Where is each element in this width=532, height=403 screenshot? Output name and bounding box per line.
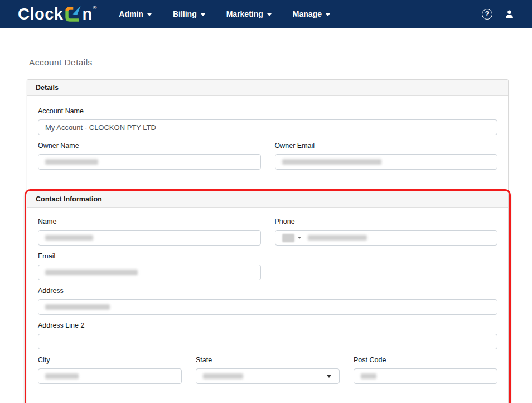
chevron-down-icon[interactable] — [298, 237, 301, 239]
address-line-2-label: Address Line 2 — [38, 322, 497, 329]
post-code-field: Post Code — [354, 356, 497, 391]
topbar-right: ? — [482, 9, 514, 20]
contact-name-input[interactable] — [38, 230, 261, 246]
help-glyph: ? — [485, 10, 489, 18]
country-flag-icon[interactable] — [282, 234, 294, 242]
registered-mark: ® — [93, 5, 97, 11]
main-nav: Admin Billing Marketing Manage — [112, 0, 337, 28]
redacted-value — [45, 235, 93, 241]
contact-name-field: Name — [38, 218, 261, 246]
redacted-value — [45, 159, 98, 165]
clockon-o-icon — [64, 6, 81, 23]
address-field: Address — [38, 287, 497, 315]
help-icon[interactable]: ? — [482, 9, 492, 20]
redacted-value — [361, 373, 376, 379]
account-name-input[interactable] — [38, 119, 497, 135]
account-name-label: Account Name — [38, 107, 497, 115]
contact-section-body: Name Phone Email — [27, 208, 508, 403]
state-field: State — [196, 356, 340, 384]
state-select[interactable] — [196, 368, 340, 384]
address-input[interactable] — [38, 299, 497, 315]
account-name-field: Account Name — [38, 107, 497, 135]
redacted-value — [308, 235, 367, 241]
owner-name-input[interactable] — [38, 154, 261, 170]
nav-item-label: Admin — [119, 9, 143, 18]
nav-item-label: Billing — [173, 9, 197, 18]
owner-name-label: Owner Name — [38, 142, 261, 150]
user-icon[interactable] — [505, 9, 514, 19]
contact-section-header: Contact Information — [27, 191, 508, 208]
post-code-input[interactable] — [354, 368, 497, 384]
address-label: Address — [38, 287, 497, 295]
redacted-value — [282, 159, 381, 165]
account-details-card: Details Account Name Owner Name Owner Em… — [27, 79, 509, 403]
nav-item-label: Marketing — [226, 9, 263, 18]
redacted-value — [45, 270, 138, 275]
redacted-value — [203, 373, 243, 379]
chevron-down-icon — [326, 13, 330, 16]
contact-email-label: Email — [38, 252, 261, 260]
contact-information-section: Contact Information Name Phone — [27, 191, 508, 403]
page-title: Account Details — [29, 57, 532, 68]
top-navbar: Clock n ® Admin Billing Marketing Manage… — [0, 0, 532, 28]
details-section-body: Account Name Owner Name Owner Email — [27, 96, 508, 191]
nav-item-manage[interactable]: Manage — [286, 4, 337, 24]
phone-input[interactable] — [275, 230, 498, 246]
logo-text-start: Clock — [18, 4, 63, 24]
owner-email-label: Owner Email — [275, 142, 498, 150]
nav-item-marketing[interactable]: Marketing — [220, 4, 278, 24]
post-code-label: Post Code — [354, 356, 497, 364]
chevron-down-icon — [327, 375, 331, 378]
owner-name-field: Owner Name — [38, 142, 261, 170]
logo-text-end: n — [82, 4, 92, 24]
redacted-value — [45, 304, 110, 310]
contact-email-input[interactable] — [38, 265, 261, 280]
nav-item-admin[interactable]: Admin — [112, 4, 158, 24]
nav-item-billing[interactable]: Billing — [166, 4, 212, 24]
state-label: State — [196, 356, 340, 364]
details-section-header: Details — [27, 80, 508, 96]
contact-email-field: Email — [38, 252, 261, 280]
address-line-2-input[interactable] — [38, 334, 497, 349]
chevron-down-icon — [201, 13, 205, 16]
owner-email-field: Owner Email — [275, 142, 498, 176]
redacted-value — [45, 373, 79, 379]
phone-label: Phone — [275, 218, 498, 226]
clockon-logo[interactable]: Clock n ® — [18, 4, 96, 24]
city-input[interactable] — [38, 368, 182, 384]
chevron-down-icon — [147, 13, 152, 16]
chevron-down-icon — [267, 13, 272, 16]
nav-item-label: Manage — [293, 9, 322, 18]
phone-field: Phone — [275, 218, 498, 252]
contact-name-label: Name — [38, 218, 261, 226]
address-line-2-field: Address Line 2 — [38, 322, 497, 349]
owner-email-input[interactable] — [275, 154, 498, 170]
city-label: City — [38, 356, 182, 364]
city-field: City — [38, 356, 182, 384]
